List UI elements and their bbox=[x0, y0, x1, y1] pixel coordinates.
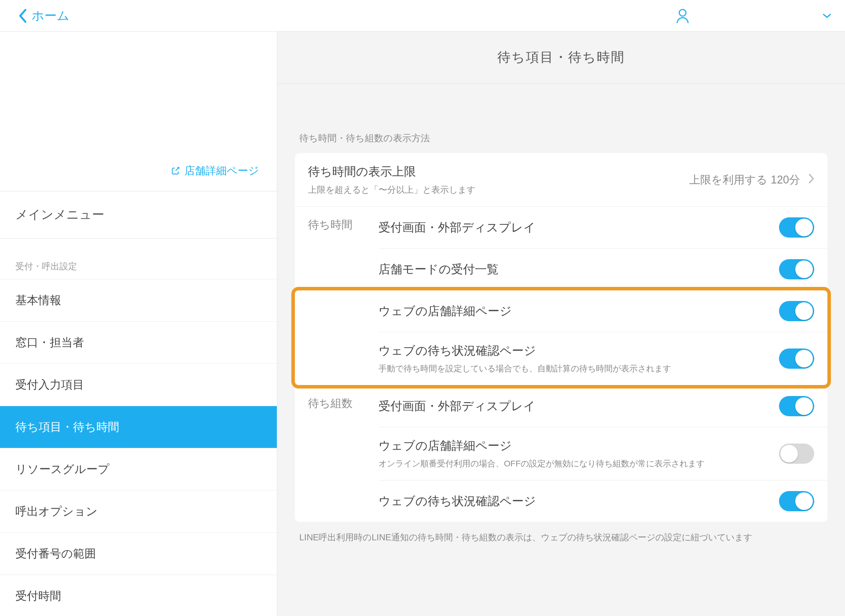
row-title: ウェブの店舗詳細ページ bbox=[378, 303, 779, 319]
wait-time-row: 受付画面・外部ディスプレイ bbox=[378, 207, 827, 249]
sidebar-item[interactable]: 受付時間 bbox=[0, 575, 277, 616]
row-title: ウェブの待ち状況確認ページ bbox=[378, 493, 779, 509]
toggle-switch[interactable] bbox=[779, 491, 814, 511]
sidebar-item[interactable]: リソースグループ bbox=[0, 448, 277, 491]
svg-point-0 bbox=[679, 9, 686, 16]
header-right bbox=[675, 8, 832, 24]
row-title: ウェブの店舗詳細ページ bbox=[378, 438, 779, 454]
sidebar-logo-area bbox=[0, 32, 277, 155]
toggle-switch[interactable] bbox=[779, 217, 814, 238]
toggle-knob bbox=[795, 302, 813, 320]
sidebar-item[interactable]: 基本情報 bbox=[0, 279, 277, 322]
back-label: ホーム bbox=[32, 7, 70, 24]
chevron-right-icon bbox=[808, 173, 814, 186]
toggle-knob bbox=[780, 445, 798, 462]
row-value: 上限を利用する 120分 bbox=[689, 172, 800, 187]
sidebar-item[interactable]: 呼出オプション bbox=[0, 491, 277, 533]
toggle-switch[interactable] bbox=[779, 396, 814, 416]
user-icon[interactable] bbox=[675, 8, 690, 24]
sidebar-item[interactable]: 待ち項目・待ち時間 bbox=[0, 406, 277, 448]
row-title: 受付画面・外部ディスプレイ bbox=[378, 220, 779, 235]
back-button[interactable]: ホーム bbox=[18, 7, 70, 24]
footnote: LINE呼出利用時のLINE通知の待ち時間・待ち組数の表示は、ウェブの待ち状況確… bbox=[295, 522, 827, 543]
chevron-left-icon bbox=[18, 8, 27, 23]
wait-time-group: 待ち時間 受付画面・外部ディスプレイ店舗モードの受付一覧ウェブの店舗詳細ページウ… bbox=[295, 207, 827, 385]
settings-card: 待ち時間の表示上限 上限を超えると「〜分以上」と表示します 上限を利用する 12… bbox=[295, 153, 827, 522]
store-detail-link[interactable]: 店舗詳細ページ bbox=[0, 155, 277, 191]
row-subtitle: オンライン順番受付利用の場合、OFFの設定が無効になり待ち組数が常に表示されます bbox=[378, 458, 779, 469]
store-detail-link-label: 店舗詳細ページ bbox=[184, 164, 259, 178]
external-link-icon bbox=[171, 166, 180, 175]
toggle-knob bbox=[795, 492, 813, 510]
chevron-down-icon[interactable] bbox=[822, 13, 832, 19]
group-label-wait-time: 待ち時間 bbox=[295, 207, 378, 242]
wait-count-group: 待ち組数 受付画面・外部ディスプレイウェブの店舗詳細ページオンライン順番受付利用… bbox=[295, 385, 827, 522]
toggle-switch[interactable] bbox=[779, 301, 814, 321]
toggle-switch[interactable] bbox=[779, 444, 814, 464]
main-menu-header[interactable]: メインメニュー bbox=[0, 191, 277, 238]
toggle-knob bbox=[795, 397, 813, 415]
row-title: 待ち時間の表示上限 bbox=[308, 164, 689, 180]
row-subtitle: 上限を超えると「〜分以上」と表示します bbox=[308, 184, 689, 196]
sidebar: 店舗詳細ページ メインメニュー 受付・呼出設定 基本情報窓口・担当者受付入力項目… bbox=[0, 32, 277, 616]
sidebar-item[interactable]: 窓口・担当者 bbox=[0, 322, 277, 364]
row-title: 店舗モードの受付一覧 bbox=[378, 261, 779, 277]
row-subtitle: 手動で待ち時間を設定している場合でも、自動計算の待ち時間が表示されます bbox=[378, 363, 779, 374]
sidebar-section-label: 受付・呼出設定 bbox=[0, 238, 277, 279]
wait-count-row: 受付画面・外部ディスプレイ bbox=[378, 385, 827, 427]
wait-time-row: 店舗モードの受付一覧 bbox=[378, 249, 827, 290]
toggle-switch[interactable] bbox=[779, 259, 814, 279]
wait-time-row: ウェブの待ち状況確認ページ手動で待ち時間を設定している場合でも、自動計算の待ち時… bbox=[378, 332, 827, 385]
section-label: 待ち時間・待ち組数の表示方法 bbox=[295, 101, 827, 153]
page-title: 待ち項目・待ち時間 bbox=[277, 32, 845, 84]
row-title: ウェブの待ち状況確認ページ bbox=[378, 343, 779, 359]
group-label-wait-count: 待ち組数 bbox=[295, 385, 378, 421]
row-title: 受付画面・外部ディスプレイ bbox=[378, 398, 779, 414]
wait-count-row: ウェブの店舗詳細ページオンライン順番受付利用の場合、OFFの設定が無効になり待ち… bbox=[378, 427, 827, 480]
sidebar-item[interactable]: 受付番号の範囲 bbox=[0, 533, 277, 575]
wait-time-row: ウェブの店舗詳細ページ bbox=[378, 290, 827, 332]
main-panel: 待ち項目・待ち時間 待ち時間・待ち組数の表示方法 待ち時間の表示上限 上限を超え… bbox=[277, 32, 845, 616]
wait-time-limit-row[interactable]: 待ち時間の表示上限 上限を超えると「〜分以上」と表示します 上限を利用する 12… bbox=[295, 153, 827, 207]
sidebar-item[interactable]: 受付入力項目 bbox=[0, 364, 277, 406]
toggle-knob bbox=[795, 219, 813, 236]
toggle-switch[interactable] bbox=[779, 348, 814, 369]
toggle-knob bbox=[795, 350, 813, 367]
toggle-knob bbox=[795, 260, 813, 278]
wait-count-row: ウェブの待ち状況確認ページ bbox=[378, 480, 827, 522]
app-header: ホーム bbox=[0, 0, 845, 32]
